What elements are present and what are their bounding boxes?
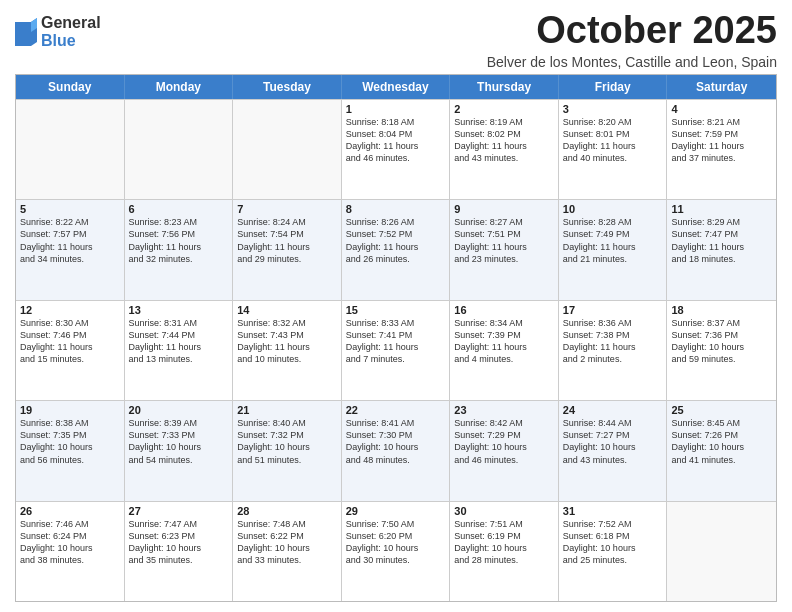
cell-info: Sunrise: 7:51 AM Sunset: 6:19 PM Dayligh… xyxy=(454,518,554,567)
day-cell-31: 31Sunrise: 7:52 AM Sunset: 6:18 PM Dayli… xyxy=(559,502,668,601)
day-number: 17 xyxy=(563,304,663,316)
cell-info: Sunrise: 8:28 AM Sunset: 7:49 PM Dayligh… xyxy=(563,216,663,265)
day-cell-16: 16Sunrise: 8:34 AM Sunset: 7:39 PM Dayli… xyxy=(450,301,559,400)
day-number: 26 xyxy=(20,505,120,517)
calendar-header: SundayMondayTuesdayWednesdayThursdayFrid… xyxy=(16,75,776,99)
day-number: 14 xyxy=(237,304,337,316)
cell-info: Sunrise: 7:52 AM Sunset: 6:18 PM Dayligh… xyxy=(563,518,663,567)
day-cell-10: 10Sunrise: 8:28 AM Sunset: 7:49 PM Dayli… xyxy=(559,200,668,299)
logo: General Blue xyxy=(15,14,101,49)
day-cell-19: 19Sunrise: 8:38 AM Sunset: 7:35 PM Dayli… xyxy=(16,401,125,500)
empty-cell xyxy=(667,502,776,601)
cell-info: Sunrise: 7:48 AM Sunset: 6:22 PM Dayligh… xyxy=(237,518,337,567)
day-number: 3 xyxy=(563,103,663,115)
day-number: 13 xyxy=(129,304,229,316)
day-number: 29 xyxy=(346,505,446,517)
day-number: 21 xyxy=(237,404,337,416)
cell-info: Sunrise: 8:38 AM Sunset: 7:35 PM Dayligh… xyxy=(20,417,120,466)
header-day-monday: Monday xyxy=(125,75,234,99)
empty-cell xyxy=(16,100,125,199)
day-cell-3: 3Sunrise: 8:20 AM Sunset: 8:01 PM Daylig… xyxy=(559,100,668,199)
empty-cell xyxy=(233,100,342,199)
logo-blue: Blue xyxy=(41,32,101,50)
header-row: General Blue October 2025 Belver de los … xyxy=(15,10,777,70)
day-cell-8: 8Sunrise: 8:26 AM Sunset: 7:52 PM Daylig… xyxy=(342,200,451,299)
day-number: 11 xyxy=(671,203,772,215)
day-number: 24 xyxy=(563,404,663,416)
day-cell-7: 7Sunrise: 8:24 AM Sunset: 7:54 PM Daylig… xyxy=(233,200,342,299)
header-day-sunday: Sunday xyxy=(16,75,125,99)
day-number: 4 xyxy=(671,103,772,115)
week-row-3: 19Sunrise: 8:38 AM Sunset: 7:35 PM Dayli… xyxy=(16,400,776,500)
day-number: 18 xyxy=(671,304,772,316)
day-cell-1: 1Sunrise: 8:18 AM Sunset: 8:04 PM Daylig… xyxy=(342,100,451,199)
day-number: 23 xyxy=(454,404,554,416)
day-cell-23: 23Sunrise: 8:42 AM Sunset: 7:29 PM Dayli… xyxy=(450,401,559,500)
day-cell-27: 27Sunrise: 7:47 AM Sunset: 6:23 PM Dayli… xyxy=(125,502,234,601)
cell-info: Sunrise: 8:21 AM Sunset: 7:59 PM Dayligh… xyxy=(671,116,772,165)
day-number: 30 xyxy=(454,505,554,517)
cell-info: Sunrise: 7:50 AM Sunset: 6:20 PM Dayligh… xyxy=(346,518,446,567)
title-block: October 2025 Belver de los Montes, Casti… xyxy=(487,10,777,70)
cell-info: Sunrise: 8:31 AM Sunset: 7:44 PM Dayligh… xyxy=(129,317,229,366)
cell-info: Sunrise: 8:30 AM Sunset: 7:46 PM Dayligh… xyxy=(20,317,120,366)
week-row-2: 12Sunrise: 8:30 AM Sunset: 7:46 PM Dayli… xyxy=(16,300,776,400)
day-cell-17: 17Sunrise: 8:36 AM Sunset: 7:38 PM Dayli… xyxy=(559,301,668,400)
day-cell-13: 13Sunrise: 8:31 AM Sunset: 7:44 PM Dayli… xyxy=(125,301,234,400)
cell-info: Sunrise: 8:45 AM Sunset: 7:26 PM Dayligh… xyxy=(671,417,772,466)
day-number: 12 xyxy=(20,304,120,316)
day-cell-29: 29Sunrise: 7:50 AM Sunset: 6:20 PM Dayli… xyxy=(342,502,451,601)
day-number: 25 xyxy=(671,404,772,416)
day-cell-26: 26Sunrise: 7:46 AM Sunset: 6:24 PM Dayli… xyxy=(16,502,125,601)
day-cell-5: 5Sunrise: 8:22 AM Sunset: 7:57 PM Daylig… xyxy=(16,200,125,299)
day-cell-15: 15Sunrise: 8:33 AM Sunset: 7:41 PM Dayli… xyxy=(342,301,451,400)
cell-info: Sunrise: 8:18 AM Sunset: 8:04 PM Dayligh… xyxy=(346,116,446,165)
day-number: 6 xyxy=(129,203,229,215)
day-cell-11: 11Sunrise: 8:29 AM Sunset: 7:47 PM Dayli… xyxy=(667,200,776,299)
cell-info: Sunrise: 8:24 AM Sunset: 7:54 PM Dayligh… xyxy=(237,216,337,265)
cell-info: Sunrise: 7:46 AM Sunset: 6:24 PM Dayligh… xyxy=(20,518,120,567)
logo-general: General xyxy=(41,14,101,32)
empty-cell xyxy=(125,100,234,199)
location-title: Belver de los Montes, Castille and Leon,… xyxy=(487,54,777,70)
cell-info: Sunrise: 8:42 AM Sunset: 7:29 PM Dayligh… xyxy=(454,417,554,466)
day-number: 31 xyxy=(563,505,663,517)
day-number: 15 xyxy=(346,304,446,316)
day-number: 5 xyxy=(20,203,120,215)
day-cell-6: 6Sunrise: 8:23 AM Sunset: 7:56 PM Daylig… xyxy=(125,200,234,299)
cell-info: Sunrise: 8:36 AM Sunset: 7:38 PM Dayligh… xyxy=(563,317,663,366)
day-number: 22 xyxy=(346,404,446,416)
header-day-friday: Friday xyxy=(559,75,668,99)
day-cell-9: 9Sunrise: 8:27 AM Sunset: 7:51 PM Daylig… xyxy=(450,200,559,299)
day-number: 2 xyxy=(454,103,554,115)
day-number: 20 xyxy=(129,404,229,416)
cell-info: Sunrise: 8:27 AM Sunset: 7:51 PM Dayligh… xyxy=(454,216,554,265)
day-cell-14: 14Sunrise: 8:32 AM Sunset: 7:43 PM Dayli… xyxy=(233,301,342,400)
day-number: 27 xyxy=(129,505,229,517)
day-cell-25: 25Sunrise: 8:45 AM Sunset: 7:26 PM Dayli… xyxy=(667,401,776,500)
day-number: 28 xyxy=(237,505,337,517)
day-number: 1 xyxy=(346,103,446,115)
day-cell-28: 28Sunrise: 7:48 AM Sunset: 6:22 PM Dayli… xyxy=(233,502,342,601)
day-number: 16 xyxy=(454,304,554,316)
cell-info: Sunrise: 8:22 AM Sunset: 7:57 PM Dayligh… xyxy=(20,216,120,265)
day-number: 7 xyxy=(237,203,337,215)
cell-info: Sunrise: 8:44 AM Sunset: 7:27 PM Dayligh… xyxy=(563,417,663,466)
week-row-0: 1Sunrise: 8:18 AM Sunset: 8:04 PM Daylig… xyxy=(16,99,776,199)
header-day-thursday: Thursday xyxy=(450,75,559,99)
day-cell-18: 18Sunrise: 8:37 AM Sunset: 7:36 PM Dayli… xyxy=(667,301,776,400)
cell-info: Sunrise: 8:20 AM Sunset: 8:01 PM Dayligh… xyxy=(563,116,663,165)
cell-info: Sunrise: 7:47 AM Sunset: 6:23 PM Dayligh… xyxy=(129,518,229,567)
logo-icon xyxy=(15,18,37,46)
day-cell-21: 21Sunrise: 8:40 AM Sunset: 7:32 PM Dayli… xyxy=(233,401,342,500)
logo-text: General Blue xyxy=(41,14,101,49)
cell-info: Sunrise: 8:32 AM Sunset: 7:43 PM Dayligh… xyxy=(237,317,337,366)
week-row-4: 26Sunrise: 7:46 AM Sunset: 6:24 PM Dayli… xyxy=(16,501,776,601)
calendar: SundayMondayTuesdayWednesdayThursdayFrid… xyxy=(15,74,777,602)
calendar-body: 1Sunrise: 8:18 AM Sunset: 8:04 PM Daylig… xyxy=(16,99,776,601)
header-day-wednesday: Wednesday xyxy=(342,75,451,99)
day-cell-30: 30Sunrise: 7:51 AM Sunset: 6:19 PM Dayli… xyxy=(450,502,559,601)
day-cell-12: 12Sunrise: 8:30 AM Sunset: 7:46 PM Dayli… xyxy=(16,301,125,400)
page: General Blue October 2025 Belver de los … xyxy=(0,0,792,612)
cell-info: Sunrise: 8:41 AM Sunset: 7:30 PM Dayligh… xyxy=(346,417,446,466)
